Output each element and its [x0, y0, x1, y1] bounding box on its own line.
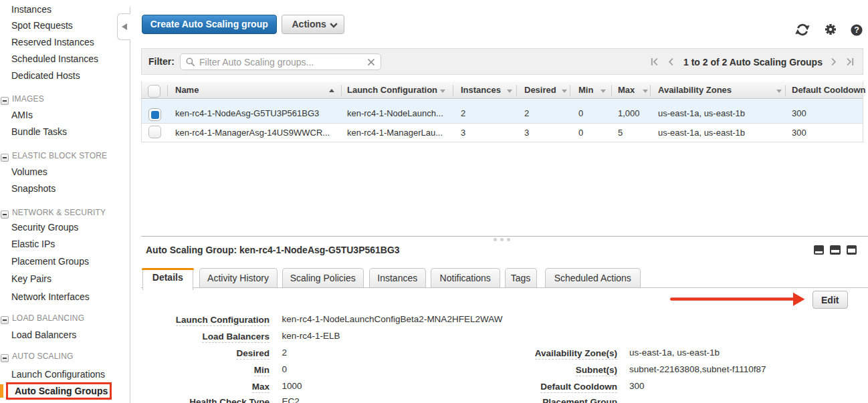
svg-text:?: ? [854, 25, 859, 35]
